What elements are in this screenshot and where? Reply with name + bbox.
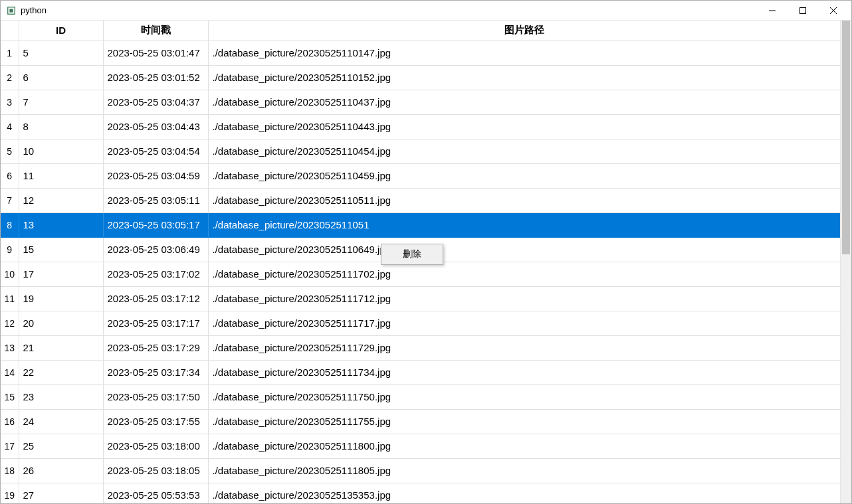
- cell-timestamp[interactable]: 2023-05-25 03:06:49: [103, 237, 208, 262]
- cell-id[interactable]: 10: [19, 139, 103, 163]
- table-row[interactable]: 152023-05-25 03:01:47./database_picture/…: [1, 41, 840, 65]
- table-row[interactable]: 11192023-05-25 03:17:12./database_pictur…: [1, 286, 840, 311]
- cell-timestamp[interactable]: 2023-05-25 03:17:29: [103, 335, 208, 360]
- row-number[interactable]: 17: [1, 434, 19, 458]
- cell-id[interactable]: 13: [19, 212, 103, 237]
- cell-path[interactable]: ./database_picture/20230525111702.jpg: [208, 262, 840, 286]
- cell-timestamp[interactable]: 2023-05-25 03:18:05: [103, 458, 208, 483]
- cell-path[interactable]: ./database_picture/20230525110437.jpg: [208, 90, 840, 114]
- scrollbar-thumb[interactable]: [842, 21, 850, 254]
- cell-path[interactable]: ./database_picture/20230525111800.jpg: [208, 434, 840, 458]
- vertical-scrollbar[interactable]: [840, 21, 851, 503]
- row-number[interactable]: 15: [1, 384, 19, 409]
- cell-timestamp[interactable]: 2023-05-25 03:04:43: [103, 114, 208, 139]
- cell-timestamp[interactable]: 2023-05-25 03:01:52: [103, 65, 208, 90]
- cell-path[interactable]: ./database_picture/20230525110454.jpg: [208, 139, 840, 163]
- titlebar[interactable]: python: [1, 1, 851, 21]
- row-number[interactable]: 12: [1, 311, 19, 335]
- cell-id[interactable]: 8: [19, 114, 103, 139]
- row-number[interactable]: 3: [1, 90, 19, 114]
- cell-id[interactable]: 20: [19, 311, 103, 335]
- cell-path[interactable]: ./database_picture/20230525111717.jpg: [208, 311, 840, 335]
- maximize-button[interactable]: [788, 1, 818, 20]
- row-number[interactable]: 2: [1, 65, 19, 90]
- table-row[interactable]: 482023-05-25 03:04:43./database_picture/…: [1, 114, 840, 139]
- cell-id[interactable]: 22: [19, 360, 103, 384]
- cell-timestamp[interactable]: 2023-05-25 03:04:59: [103, 163, 208, 188]
- cell-id[interactable]: 5: [19, 41, 103, 65]
- cell-path[interactable]: ./database_picture/20230525110649.jpg: [208, 237, 840, 262]
- cell-id[interactable]: 12: [19, 188, 103, 212]
- cell-id[interactable]: 11: [19, 163, 103, 188]
- table-row[interactable]: 12202023-05-25 03:17:17./database_pictur…: [1, 311, 840, 335]
- cell-path[interactable]: ./database_picture/20230525110147.jpg: [208, 41, 840, 65]
- table-row[interactable]: 7122023-05-25 03:05:11./database_picture…: [1, 188, 840, 212]
- row-number[interactable]: 4: [1, 114, 19, 139]
- cell-timestamp[interactable]: 2023-05-25 03:17:12: [103, 286, 208, 311]
- cell-path[interactable]: ./database_picture/20230525111750.jpg: [208, 384, 840, 409]
- column-header-timestamp[interactable]: 时间戳: [103, 21, 208, 41]
- cell-timestamp[interactable]: 2023-05-25 03:04:54: [103, 139, 208, 163]
- cell-id[interactable]: 15: [19, 237, 103, 262]
- cell-id[interactable]: 27: [19, 483, 103, 503]
- row-number[interactable]: 16: [1, 409, 19, 434]
- table-row[interactable]: 10172023-05-25 03:17:02./database_pictur…: [1, 262, 840, 286]
- row-number[interactable]: 13: [1, 335, 19, 360]
- cell-path[interactable]: ./database_picture/20230525111805.jpg: [208, 458, 840, 483]
- table-row[interactable]: 8132023-05-25 03:05:17./database_picture…: [1, 212, 840, 237]
- row-number[interactable]: 10: [1, 262, 19, 286]
- cell-timestamp[interactable]: 2023-05-25 03:17:55: [103, 409, 208, 434]
- table-corner[interactable]: [1, 21, 19, 41]
- cell-id[interactable]: 7: [19, 90, 103, 114]
- cell-path[interactable]: ./database_picture/2023052511051: [208, 212, 840, 237]
- close-button[interactable]: [818, 1, 849, 20]
- cell-id[interactable]: 23: [19, 384, 103, 409]
- cell-path[interactable]: ./database_picture/20230525110443.jpg: [208, 114, 840, 139]
- cell-timestamp[interactable]: 2023-05-25 03:05:17: [103, 212, 208, 237]
- cell-timestamp[interactable]: 2023-05-25 03:18:00: [103, 434, 208, 458]
- row-number[interactable]: 1: [1, 41, 19, 65]
- minimize-button[interactable]: [757, 1, 788, 20]
- row-number[interactable]: 19: [1, 483, 19, 503]
- cell-id[interactable]: 21: [19, 335, 103, 360]
- table-row[interactable]: 262023-05-25 03:01:52./database_picture/…: [1, 65, 840, 90]
- cell-timestamp[interactable]: 2023-05-25 03:17:17: [103, 311, 208, 335]
- cell-id[interactable]: 19: [19, 286, 103, 311]
- cell-path[interactable]: ./database_picture/20230525111729.jpg: [208, 335, 840, 360]
- cell-id[interactable]: 6: [19, 65, 103, 90]
- table-row[interactable]: 17252023-05-25 03:18:00./database_pictur…: [1, 434, 840, 458]
- cell-path[interactable]: ./database_picture/20230525111734.jpg: [208, 360, 840, 384]
- cell-id[interactable]: 17: [19, 262, 103, 286]
- cell-path[interactable]: ./database_picture/20230525110511.jpg: [208, 188, 840, 212]
- table-row[interactable]: 14222023-05-25 03:17:34./database_pictur…: [1, 360, 840, 384]
- cell-id[interactable]: 24: [19, 409, 103, 434]
- row-number[interactable]: 7: [1, 188, 19, 212]
- row-number[interactable]: 11: [1, 286, 19, 311]
- row-number[interactable]: 9: [1, 237, 19, 262]
- cell-timestamp[interactable]: 2023-05-25 03:17:34: [103, 360, 208, 384]
- column-header-id[interactable]: ID: [19, 21, 103, 41]
- row-number[interactable]: 5: [1, 139, 19, 163]
- cell-id[interactable]: 25: [19, 434, 103, 458]
- table-row[interactable]: 372023-05-25 03:04:37./database_picture/…: [1, 90, 840, 114]
- cell-timestamp[interactable]: 2023-05-25 03:17:02: [103, 262, 208, 286]
- row-number[interactable]: 8: [1, 212, 19, 237]
- cell-timestamp[interactable]: 2023-05-25 05:53:53: [103, 483, 208, 503]
- table-row[interactable]: 13212023-05-25 03:17:29./database_pictur…: [1, 335, 840, 360]
- row-number[interactable]: 6: [1, 163, 19, 188]
- cell-path[interactable]: ./database_picture/20230525111755.jpg: [208, 409, 840, 434]
- table-row[interactable]: 15232023-05-25 03:17:50./database_pictur…: [1, 384, 840, 409]
- row-number[interactable]: 14: [1, 360, 19, 384]
- table-row[interactable]: 19272023-05-25 05:53:53./database_pictur…: [1, 483, 840, 503]
- table-row[interactable]: 16242023-05-25 03:17:55./database_pictur…: [1, 409, 840, 434]
- cell-path[interactable]: ./database_picture/20230525110459.jpg: [208, 163, 840, 188]
- cell-path[interactable]: ./database_picture/20230525135353.jpg: [208, 483, 840, 503]
- table-row[interactable]: 5102023-05-25 03:04:54./database_picture…: [1, 139, 840, 163]
- column-header-path[interactable]: 图片路径: [208, 21, 840, 41]
- cell-timestamp[interactable]: 2023-05-25 03:05:11: [103, 188, 208, 212]
- table-row[interactable]: 6112023-05-25 03:04:59./database_picture…: [1, 163, 840, 188]
- cell-path[interactable]: ./database_picture/20230525110152.jpg: [208, 65, 840, 90]
- cell-path[interactable]: ./database_picture/20230525111712.jpg: [208, 286, 840, 311]
- row-number[interactable]: 18: [1, 458, 19, 483]
- cell-id[interactable]: 26: [19, 458, 103, 483]
